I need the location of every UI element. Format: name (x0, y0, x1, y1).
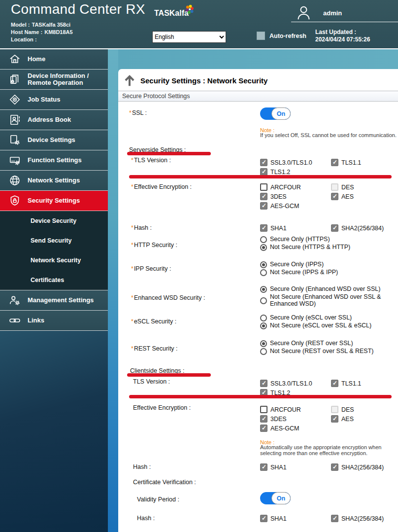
sidebar-item-management-settings[interactable]: Management Settings (0, 290, 108, 311)
checkbox-server-3des (260, 193, 267, 200)
client-encryption-label: Effective Encryption : (133, 404, 191, 411)
radio-http-not-secure[interactable] (260, 244, 267, 251)
checkbox-client-3des (260, 415, 267, 423)
checkbox-server-tls12 (260, 168, 267, 176)
radio-wsd-secure-only[interactable] (260, 286, 267, 293)
annotation-line-serverside (127, 152, 211, 155)
device-meta: Model :TASKalfa 358ci Host Name :KM8D18A… (11, 21, 75, 43)
checkbox-server-aes-gcm (260, 202, 267, 210)
submenu-item-send-security[interactable]: Send Security (0, 231, 108, 250)
checkbox-server-ssl30-tls10 (260, 159, 267, 166)
checkbox-cert-sha1 (260, 515, 267, 522)
back-up-arrow-icon[interactable] (122, 73, 137, 88)
auto-refresh-checkbox[interactable] (257, 32, 265, 40)
submenu-item-certificates[interactable]: Certificates (0, 270, 108, 290)
location-label: Location : (11, 36, 37, 42)
sidebar: Home Device Information / Remote Operati… (0, 49, 108, 532)
checkbox-client-ssl30-tls10 (260, 380, 267, 387)
validity-period-label: Validity Period : (137, 496, 179, 503)
radio-escl-secure-only[interactable] (260, 315, 267, 321)
checkbox-client-aes (331, 415, 338, 423)
sidebar-item-device-information[interactable]: Device Information / Remote Operation (0, 70, 108, 90)
user-icon (295, 4, 312, 22)
submenu-item-device-security[interactable]: Device Security (0, 211, 108, 231)
server-hash-label: *Hash : (131, 224, 152, 231)
auto-refresh-label: Auto-refresh (269, 33, 306, 39)
http-security-label: *HTTP Security : (131, 242, 177, 248)
taskalfa-logo: TASKalfa (154, 9, 189, 18)
home-icon (7, 53, 22, 66)
ipp-security-label: *IPP Security : (131, 265, 171, 272)
annotation-line-server-tls (129, 175, 392, 178)
network-settings-icon (7, 174, 22, 187)
radio-rest-secure-only[interactable] (260, 340, 267, 347)
client-note-text: Automatically use the appropriate encryp… (260, 445, 398, 456)
annotation-line-client-tls (129, 395, 392, 398)
model-label: Model : (11, 22, 30, 28)
validity-toggle-state: On (271, 492, 291, 504)
sidebar-item-network-settings[interactable]: Network Settings (0, 171, 108, 191)
sidebar-filler (0, 331, 108, 532)
checkbox-client-tls11 (331, 380, 338, 387)
hostname-value: KM8D18A5 (44, 29, 72, 35)
radio-wsd-not-secure[interactable] (260, 297, 267, 304)
pinwheel-icon (184, 4, 196, 16)
checkbox-server-des (331, 183, 338, 191)
ssl-label: *SSL : (129, 109, 147, 116)
hostname-label: Host Name : (11, 29, 42, 35)
checkbox-cert-sha2 (331, 515, 338, 522)
radio-ipp-not-secure[interactable] (260, 269, 267, 276)
management-settings-icon (7, 294, 22, 307)
checkbox-server-tls11 (331, 159, 338, 166)
sidebar-item-address-book[interactable]: Address Book (0, 110, 108, 130)
certificate-verification-heading: Certificate Verification : (133, 479, 196, 486)
checkbox-client-aes-gcm (260, 425, 267, 432)
sidebar-item-job-status[interactable]: Job Status (0, 90, 108, 110)
sidebar-item-function-settings[interactable]: Function Settings (0, 150, 108, 171)
radio-ipp-secure-only[interactable] (260, 261, 267, 268)
ssl-note-text: If you select Off, SSL cannot be used fo… (260, 133, 398, 139)
checkbox-server-sha2 (331, 224, 338, 232)
escl-security-label: *eSCL Security : (131, 318, 176, 325)
radio-rest-not-secure[interactable] (260, 348, 267, 355)
content-left-strip (108, 49, 118, 532)
job-status-icon (7, 93, 22, 106)
checkbox-server-arcfour[interactable] (260, 183, 267, 191)
rest-security-label: *REST Security : (131, 345, 178, 352)
section-secure-protocol-settings: Secure Protocol Settings (118, 91, 398, 102)
server-encryption-label: *Effective Encryption : (131, 183, 192, 190)
ssl-toggle[interactable]: On (260, 107, 291, 120)
sidebar-item-device-settings[interactable]: Device Settings (0, 130, 108, 150)
last-updated: Last Updated : 2024/04/24 07:55:26 (315, 29, 370, 43)
app-title: Command Center RX (11, 1, 145, 17)
submenu-item-network-security[interactable]: Network Security (0, 250, 108, 270)
main-area: Security Settings : Network Security Sec… (118, 49, 398, 532)
checkbox-client-arcfour[interactable] (260, 406, 267, 413)
checkbox-client-des (331, 406, 338, 413)
last-updated-value: 2024/04/24 07:55:26 (315, 36, 370, 43)
function-settings-icon (7, 154, 22, 167)
address-book-icon (7, 113, 22, 126)
client-tls-label: TLS Version : (133, 378, 170, 385)
cert-hash-label: Hash : (137, 515, 155, 522)
sidebar-item-links[interactable]: Links (0, 311, 108, 331)
model-value: TASKalfa 358ci (32, 22, 71, 28)
radio-http-secure-only[interactable] (260, 236, 267, 243)
validity-period-toggle[interactable]: On (260, 492, 291, 504)
device-settings-icon (7, 134, 22, 146)
client-hash-label: Hash : (133, 463, 151, 470)
sidebar-item-home[interactable]: Home (0, 49, 108, 70)
wsd-security-label: *Enhanced WSD Security : (131, 294, 205, 301)
radio-escl-not-secure[interactable] (260, 322, 267, 329)
device-info-icon (7, 73, 22, 86)
logged-in-user: admin (323, 9, 342, 17)
links-icon (7, 314, 22, 327)
header-divider (291, 22, 398, 22)
sidebar-item-security-settings[interactable]: Security Settings (0, 191, 108, 211)
checkbox-server-aes (331, 193, 338, 200)
security-submenu: Device Security Send Security Network Se… (0, 211, 108, 290)
content-panel: Security Settings : Network Security Sec… (118, 69, 398, 532)
checkbox-client-sha2 (331, 463, 338, 471)
page-title: Security Settings : Network Security (140, 76, 267, 85)
language-select[interactable]: English (152, 31, 226, 43)
